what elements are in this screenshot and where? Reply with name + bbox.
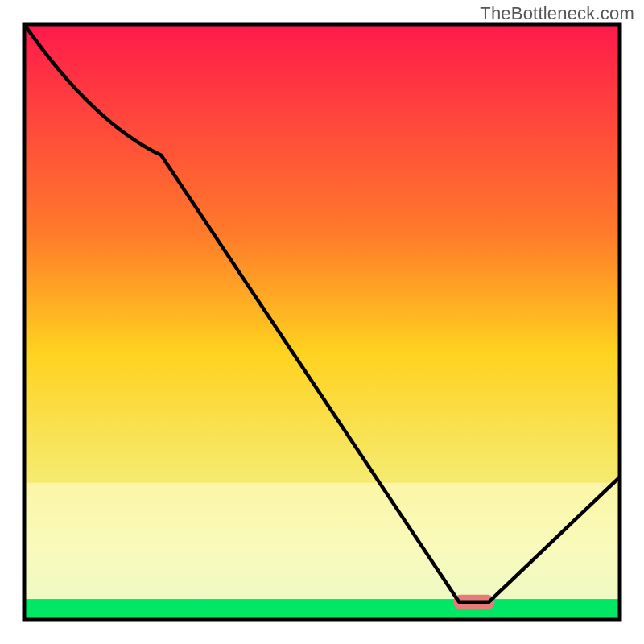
watermark-label: TheBottleneck.com: [480, 3, 634, 24]
chart-svg: [0, 0, 644, 644]
pale-yellow-band: [24, 483, 620, 599]
chart-stage: TheBottleneck.com: [0, 0, 644, 644]
green-strip: [24, 599, 620, 620]
plot-area: [24, 24, 620, 620]
